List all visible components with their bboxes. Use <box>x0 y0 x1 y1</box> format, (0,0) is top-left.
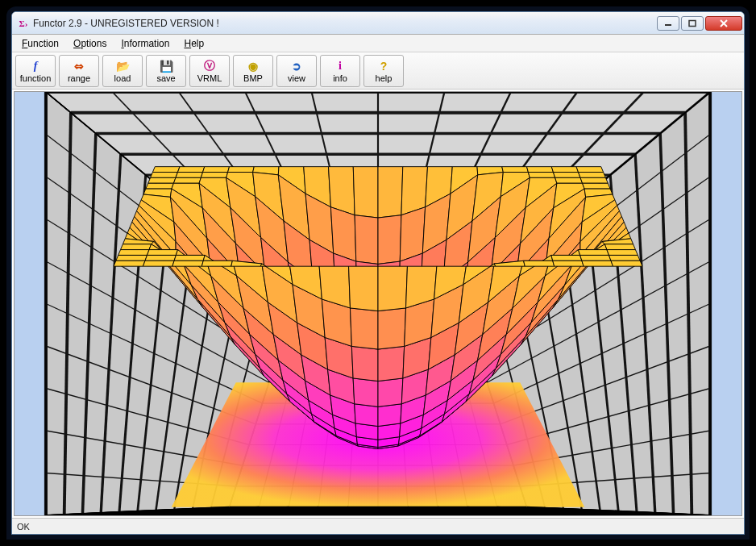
svg-marker-435 <box>378 266 407 311</box>
menu-options[interactable]: Options <box>67 36 113 51</box>
svg-marker-138 <box>151 173 178 178</box>
save-button[interactable]: 💾 save <box>146 55 186 87</box>
toolbar: f function ⇔ range 📂 load 💾 save ⓥ VRML … <box>12 52 744 90</box>
svg-marker-389 <box>604 244 635 250</box>
svg-marker-407 <box>607 250 638 256</box>
plot-canvas[interactable] <box>14 91 742 516</box>
minimize-button[interactable] <box>657 16 679 31</box>
svg-marker-416 <box>350 308 378 349</box>
bmp-button[interactable]: ◉ BMP <box>233 55 273 87</box>
svg-marker-136 <box>551 167 578 173</box>
svg-marker-147 <box>378 215 401 265</box>
vrml-icon: ⓥ <box>202 59 217 73</box>
status-text: OK <box>17 522 30 531</box>
svg-marker-426 <box>114 260 145 266</box>
statusbar: OK <box>12 518 744 534</box>
svg-marker-362 <box>355 404 378 427</box>
menu-help[interactable]: Help <box>177 36 210 51</box>
vrml-button[interactable]: ⓥ VRML <box>189 55 230 87</box>
svg-marker-148 <box>400 207 425 261</box>
svg-rect-1 <box>689 20 696 26</box>
function-icon: f <box>28 59 43 73</box>
help-icon: ? <box>376 59 391 73</box>
window-controls <box>655 16 742 31</box>
maximize-button[interactable] <box>681 16 704 31</box>
load-icon: 📂 <box>115 59 130 73</box>
range-button[interactable]: ⇔ range <box>59 55 99 87</box>
svg-marker-440 <box>524 260 555 266</box>
menubar: Function Options Information Help <box>12 35 744 52</box>
load-button[interactable]: 📂 load <box>102 55 143 87</box>
svg-marker-427 <box>143 260 174 266</box>
app-icon: Σ› <box>17 17 30 30</box>
svg-marker-122 <box>203 167 230 173</box>
menu-function[interactable]: Function <box>15 36 65 51</box>
svg-marker-121 <box>177 167 204 173</box>
svg-marker-139 <box>176 173 203 178</box>
view-button[interactable]: ➲ view <box>276 55 317 87</box>
svg-marker-429 <box>201 260 232 266</box>
svg-marker-391 <box>147 250 178 256</box>
svg-marker-399 <box>378 346 405 381</box>
svg-marker-434 <box>349 266 378 311</box>
svg-marker-137 <box>576 167 604 173</box>
svg-marker-154 <box>553 173 580 178</box>
svg-marker-381 <box>378 378 403 406</box>
svg-marker-398 <box>351 346 378 381</box>
svg-marker-423 <box>551 255 582 260</box>
help-button[interactable]: ? help <box>363 55 404 87</box>
svg-marker-145 <box>330 207 355 261</box>
function-button[interactable]: f function <box>15 55 56 87</box>
svg-marker-135 <box>527 167 554 173</box>
svg-marker-390 <box>118 250 149 256</box>
info-icon: i <box>333 59 347 73</box>
bmp-icon: ◉ <box>246 59 260 73</box>
svg-marker-153 <box>528 173 555 178</box>
app-window: Σ› Functor 2.9 - UNREGISTERED VERSION ! … <box>11 11 745 535</box>
svg-marker-173 <box>580 177 608 183</box>
svg-marker-129 <box>378 167 403 218</box>
svg-marker-425 <box>609 255 640 260</box>
svg-marker-410 <box>174 255 205 260</box>
svg-marker-120 <box>152 167 180 173</box>
svg-marker-443 <box>611 260 642 266</box>
svg-marker-174 <box>146 183 174 189</box>
svg-marker-157 <box>173 177 201 183</box>
svg-marker-172 <box>555 177 583 183</box>
svg-marker-155 <box>579 173 606 178</box>
svg-marker-372 <box>121 244 152 250</box>
svg-marker-428 <box>172 260 203 266</box>
svg-marker-442 <box>582 260 613 266</box>
surface-plot <box>15 92 741 515</box>
svg-marker-409 <box>145 255 176 260</box>
save-icon: 💾 <box>159 59 173 73</box>
svg-marker-441 <box>553 260 584 266</box>
svg-marker-363 <box>378 404 401 427</box>
svg-marker-406 <box>578 250 609 256</box>
svg-marker-140 <box>201 173 227 178</box>
svg-marker-128 <box>353 167 378 218</box>
svg-marker-408 <box>116 255 147 260</box>
close-button[interactable] <box>705 16 742 31</box>
svg-marker-417 <box>378 308 406 349</box>
svg-marker-380 <box>353 378 378 406</box>
view-icon: ➲ <box>289 59 304 73</box>
svg-marker-156 <box>148 177 176 183</box>
svg-marker-123 <box>228 167 255 173</box>
window-title: Functor 2.9 - UNREGISTERED VERSION ! <box>33 18 655 29</box>
svg-marker-134 <box>502 167 529 173</box>
range-icon: ⇔ <box>72 59 86 73</box>
svg-marker-146 <box>355 215 378 265</box>
svg-marker-424 <box>580 255 611 260</box>
info-button[interactable]: i info <box>320 55 360 87</box>
titlebar: Σ› Functor 2.9 - UNREGISTERED VERSION ! <box>12 12 744 35</box>
menu-information[interactable]: Information <box>114 36 176 51</box>
svg-marker-191 <box>583 183 611 189</box>
